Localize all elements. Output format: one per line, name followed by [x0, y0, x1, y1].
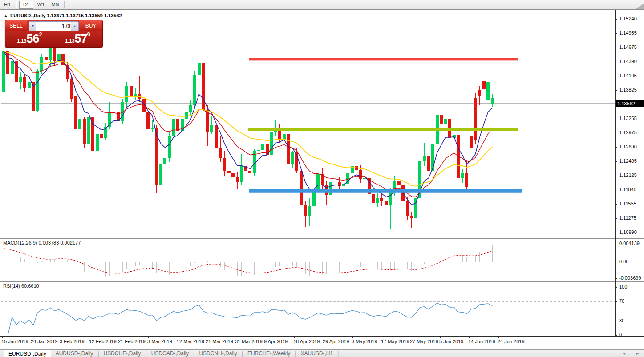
buy-price-pip: 9	[87, 31, 90, 38]
date-label: 21 Feb 2019	[118, 339, 146, 344]
chart-tab-eurchf[interactable]: EURCHF-,Weekly	[243, 350, 295, 357]
chart-window[interactable]: ▲EURUSD-,Daily 1.13671 1.13715 1.13559 1…	[0, 9, 644, 350]
tab-scroll-left-icon[interactable]: ◄	[622, 351, 626, 356]
date-label: 18 Apr 2019	[293, 339, 320, 344]
date-label: 14 Jun 2019	[468, 339, 495, 344]
date-tick-mark	[440, 337, 441, 338]
date-label: 9 Apr 2019	[264, 339, 288, 344]
price-tick: 1.12405	[619, 158, 637, 164]
date-label: 15 Jan 2019	[1, 339, 28, 344]
rsi-tick: 0	[619, 332, 622, 337]
timeframe-button-h4[interactable]: H4	[0, 1, 14, 8]
date-tick-mark	[2, 337, 3, 338]
rsi-tick: 30	[619, 318, 624, 323]
axis-tick-mark	[616, 321, 617, 321]
tab-separator: |	[337, 350, 339, 357]
volume-input[interactable]	[36, 21, 74, 31]
date-label: 12 Feb 2019	[89, 339, 117, 344]
date-label: 29 Apr 2019	[323, 339, 349, 344]
price-tick: 1.14390	[619, 59, 637, 64]
rsi-indicator-canvas[interactable]	[1, 282, 616, 336]
chart-tab-eurusd[interactable]: EURUSD-,Daily	[4, 350, 51, 357]
price-tick: 1.14675	[619, 44, 637, 50]
axis-tick-mark	[616, 301, 617, 302]
axis-tick-mark	[616, 278, 617, 279]
date-tick-mark	[61, 337, 61, 338]
macd-tick: -0.003699	[619, 275, 641, 281]
date-tick-mark	[236, 337, 236, 338]
axis-tick-mark	[616, 233, 617, 233]
date-tick-mark	[207, 337, 207, 338]
axis-tick-mark	[616, 287, 617, 288]
axis-tick-mark	[616, 119, 617, 119]
sell-price-display[interactable]: 1.13562	[6, 32, 53, 47]
tab-scroll-right-icon[interactable]: ►	[636, 351, 640, 356]
date-tick-mark	[90, 337, 90, 338]
timeframe-button-mn[interactable]: MN	[49, 1, 62, 8]
sell-price-main: 56	[27, 32, 39, 45]
chart-tab-bar: EURUSD-,DailyAUDUSD-,Daily|USDCHF-,Daily…	[0, 349, 644, 357]
date-tick-mark	[411, 337, 411, 338]
timeframe-button-w1[interactable]: W1	[34, 1, 48, 8]
axis-tick-mark	[616, 62, 617, 62]
axis-tick-mark	[616, 147, 617, 148]
sell-button[interactable]: SELL	[5, 20, 27, 31]
mid-level-hline[interactable]	[248, 128, 518, 131]
date-tick-mark	[265, 337, 265, 338]
chart-tab-xauusd[interactable]: XAUUSD-,H1	[296, 350, 337, 357]
date-tick-mark	[352, 337, 353, 338]
date-label: 3 Mar 2019	[147, 339, 172, 344]
chart-tab-usdcad[interactable]: USDCAD-,Daily	[147, 350, 194, 357]
support-hline[interactable]	[249, 189, 522, 193]
buy-price-display[interactable]: 1.13579	[54, 32, 101, 47]
axis-tick-mark	[616, 161, 617, 162]
axis-tick-mark	[616, 262, 617, 262]
date-tick-mark	[294, 337, 295, 338]
axis-tick-mark	[616, 176, 617, 176]
date-label: 3 Feb 2019	[60, 339, 85, 344]
date-label: 31 Mar 2019	[235, 339, 263, 344]
date-tick-mark	[178, 337, 178, 338]
axis-tick-mark	[616, 190, 617, 190]
axis-tick-mark	[616, 90, 617, 91]
date-tick-mark	[119, 337, 119, 338]
macd-indicator-canvas[interactable]	[1, 239, 616, 281]
volume-increase-button[interactable]: ▲	[71, 21, 79, 31]
axis-tick-mark	[616, 218, 617, 219]
axis-tick-mark	[616, 335, 617, 336]
chart-tab-audusd[interactable]: AUDUSD-,Daily	[51, 350, 98, 357]
price-tick: 1.11275	[619, 215, 636, 221]
price-tick: 1.13825	[619, 87, 637, 92]
rsi-tick: 70	[619, 298, 624, 304]
date-tick-mark	[382, 337, 382, 338]
axis-divider	[0, 336, 644, 337]
price-tick: 1.12690	[619, 144, 637, 149]
pane-divider[interactable]	[0, 281, 644, 282]
macd-tick: 0.00	[619, 259, 628, 264]
date-label: 17 May 2019	[381, 339, 409, 344]
chart-shift-marker[interactable]	[635, 4, 644, 9]
axis-tick-mark	[616, 244, 617, 244]
date-tick-mark	[32, 337, 32, 338]
timeframe-button-d1[interactable]: D1	[19, 1, 33, 9]
resistance-hline[interactable]	[249, 58, 518, 60]
axis-tick-mark	[616, 76, 617, 76]
chart-tab-usdchf[interactable]: USDCHF-,Daily	[99, 350, 146, 357]
sell-price-pip: 2	[39, 31, 42, 38]
date-tick-mark	[148, 337, 149, 338]
axis-tick-mark	[616, 19, 617, 20]
pane-divider[interactable]	[0, 238, 644, 239]
toolbar-separator	[16, 1, 17, 8]
date-label: 12 Mar 2019	[177, 339, 204, 344]
buy-price-main: 57	[75, 32, 87, 45]
buy-button[interactable]: BUY	[79, 20, 102, 31]
date-label: 27 May 2019	[410, 339, 438, 344]
macd-signal-line	[4, 249, 492, 273]
date-tick-mark	[498, 337, 499, 338]
axis-tick-mark	[616, 133, 617, 133]
toolbar-separator	[64, 1, 65, 8]
timeframe-toolbar: H4D1W1MN	[0, 0, 644, 10]
sell-price-prefix: 1.13	[17, 38, 26, 44]
chart-tab-usdcnh[interactable]: USDCNH-,Daily	[194, 350, 241, 357]
price-tick: 1.14105	[619, 73, 637, 78]
